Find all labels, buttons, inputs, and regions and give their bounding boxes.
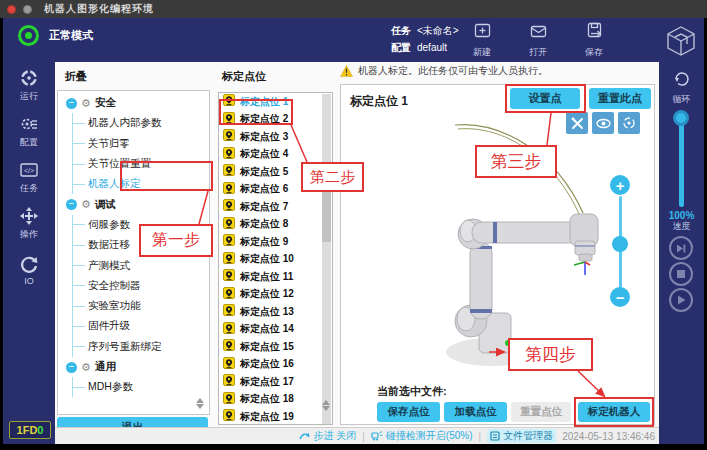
list-item-calibration-point[interactable]: 标定点位 17 <box>219 373 332 391</box>
list-item-calibration-point[interactable]: 标定点位 10 <box>219 251 332 269</box>
speed-slider-track[interactable] <box>679 117 684 207</box>
tree-item-产测模式[interactable]: 产测模式 <box>58 255 209 275</box>
tree-item-固件升级[interactable]: 固件升级 <box>58 316 209 336</box>
task-value: <未命名> <box>417 25 459 36</box>
topbar-action-打开[interactable]: 打开 <box>521 21 555 59</box>
tree-item-机器人内部参数[interactable]: 机器人内部参数 <box>58 113 209 133</box>
file-actions: 新建打开保存 <box>465 21 611 59</box>
list-item-calibration-point[interactable]: 标定点位 6 <box>219 181 332 199</box>
collision-detection-status[interactable]: 碰撞检测开启(50%) <box>371 429 473 443</box>
tree-item-label: 机器人标定 <box>88 177 141 191</box>
tree-item-label: 关节归零 <box>88 137 130 151</box>
pin-icon <box>223 252 235 267</box>
topbar-action-新建[interactable]: 新建 <box>465 21 499 59</box>
tree-scroll-buttons[interactable] <box>196 398 204 409</box>
tree-item-关节归零[interactable]: 关节归零 <box>58 134 209 154</box>
rail-item-配置[interactable]: 配置 <box>3 109 55 154</box>
bottom-button-保存点位[interactable]: 保存点位 <box>377 402 440 422</box>
window-close-button[interactable] <box>7 5 16 14</box>
list-item-calibration-point[interactable]: 标定点位 11 <box>219 268 332 286</box>
list-item-label: 标定点位 11 <box>240 270 293 284</box>
list-item-calibration-point[interactable]: 标定点位 4 <box>219 146 332 164</box>
list-item-label: 标定点位 16 <box>240 357 294 371</box>
window-minimize-button[interactable] <box>23 5 32 14</box>
zoom-slider-knob[interactable] <box>612 236 628 252</box>
pin-icon <box>223 322 235 337</box>
list-item-calibration-point[interactable]: 标定点位 13 <box>219 303 332 321</box>
bottom-button-加载点位[interactable]: 加载点位 <box>444 402 507 422</box>
list-item-calibration-point[interactable]: 标定点位 19 <box>219 408 332 425</box>
bottom-button-标定机器人[interactable]: 标定机器人 <box>578 402 650 422</box>
rail-item-操作[interactable]: 操作 <box>3 201 55 246</box>
collapse-minus-icon[interactable]: − <box>66 199 77 210</box>
list-item-calibration-point[interactable]: 标定点位 14 <box>219 321 332 339</box>
set-point-button[interactable]: 设置点 <box>510 88 580 109</box>
run-icon <box>19 68 39 88</box>
pin-icon <box>223 287 235 302</box>
save-icon <box>585 21 604 44</box>
speed-slider-knob[interactable] <box>673 110 689 126</box>
play-button[interactable] <box>669 288 693 312</box>
zoom-in-button[interactable]: + <box>610 175 630 195</box>
list-item-calibration-point[interactable]: 标定点位 1 <box>219 93 332 111</box>
tree-item-序列号重新绑定[interactable]: 序列号重新绑定 <box>58 337 209 357</box>
loop-control[interactable]: 循环 <box>659 70 704 106</box>
tree-item-MDH参数[interactable]: MDH参数 <box>58 377 209 397</box>
file-manager-button[interactable]: 文件管理器 <box>487 429 556 443</box>
calibration-point-list: 标定点位 1标定点位 2标定点位 3标定点位 4标定点位 5标定点位 6标定点位… <box>218 92 333 425</box>
list-item-calibration-point[interactable]: 标定点位 7 <box>219 198 332 216</box>
list-item-label: 标定点位 2 <box>240 112 288 126</box>
list-item-calibration-point[interactable]: 标定点位 3 <box>219 128 332 146</box>
step-forward-button[interactable] <box>669 236 693 260</box>
list-item-label: 标定点位 9 <box>240 235 288 249</box>
rail-item-运行[interactable]: 运行 <box>3 63 55 108</box>
tree-group-通用[interactable]: −⚙通用 <box>58 357 209 377</box>
list-item-calibration-point[interactable]: 标定点位 18 <box>219 391 332 409</box>
app-window: 机器人图形化编程环境 正常模式 任务<未命名> 配置default 新建打开保存… <box>0 0 707 450</box>
tree-item-机器人标定[interactable]: 机器人标定 <box>58 174 209 194</box>
list-item-calibration-point[interactable]: 标定点位 2 <box>219 111 332 129</box>
tree-item-伺服参数[interactable]: 伺服参数 <box>58 215 209 235</box>
tree-item-label: 实验室功能 <box>88 299 141 313</box>
topbar-action-保存[interactable]: 保存 <box>577 21 611 59</box>
list-item-calibration-point[interactable]: 标定点位 5 <box>219 163 332 181</box>
tree-line <box>73 184 85 185</box>
list-item-calibration-point[interactable]: 标定点位 8 <box>219 216 332 234</box>
list-item-label: 标定点位 12 <box>240 287 294 301</box>
rail-item-label: IO <box>24 276 34 286</box>
stop-button[interactable] <box>669 262 693 286</box>
settings-tree: −⚙安全机器人内部参数关节归零关节位置重置机器人标定−⚙调试伺服参数数据迁移产测… <box>57 90 210 415</box>
zoom-out-button[interactable]: − <box>610 287 630 307</box>
pin-icon <box>223 147 235 162</box>
list-item-calibration-point[interactable]: 标定点位 15 <box>219 338 332 356</box>
tree-item-安全控制器[interactable]: 安全控制器 <box>58 276 209 296</box>
list-item-label: 标定点位 19 <box>240 410 294 424</box>
list-scroll-buttons[interactable] <box>322 400 330 411</box>
reset-this-point-button[interactable]: 重置此点 <box>589 88 651 109</box>
right-control-rail: 循环 100% 速度 <box>659 62 704 444</box>
collapse-minus-icon[interactable]: − <box>66 98 77 109</box>
collapse-minus-icon[interactable]: − <box>66 362 77 373</box>
rail-item-IO[interactable]: IO <box>3 247 55 292</box>
list-item-label: 标定点位 17 <box>240 375 294 389</box>
robot-3d-view[interactable] <box>340 115 655 405</box>
tree-item-实验室功能[interactable]: 实验室功能 <box>58 296 209 316</box>
current-file-label: 当前选中文件: <box>377 384 447 399</box>
pin-icon <box>223 409 235 424</box>
list-item-calibration-point[interactable]: 标定点位 9 <box>219 233 332 251</box>
list-item-calibration-point[interactable]: 标定点位 16 <box>219 356 332 374</box>
mode-indicator: 正常模式 <box>18 25 93 46</box>
tree-group-安全[interactable]: −⚙安全 <box>58 93 209 113</box>
tree-group-调试[interactable]: −⚙调试 <box>58 194 209 214</box>
list-scrollbar[interactable] <box>322 94 331 425</box>
tree-item-关节位置重置[interactable]: 关节位置重置 <box>58 154 209 174</box>
rail-item-任务[interactable]: </>任务 <box>3 155 55 200</box>
pin-icon <box>223 94 235 109</box>
tree-item-数据迁移[interactable]: 数据迁移 <box>58 235 209 255</box>
operate-icon <box>19 206 39 226</box>
tree-line <box>73 245 85 246</box>
rail-item-label: 运行 <box>20 90 38 103</box>
list-item-calibration-point[interactable]: 标定点位 12 <box>219 286 332 304</box>
pin-icon <box>223 357 235 372</box>
step-mode-status[interactable]: 步进 关闭 <box>299 429 356 443</box>
